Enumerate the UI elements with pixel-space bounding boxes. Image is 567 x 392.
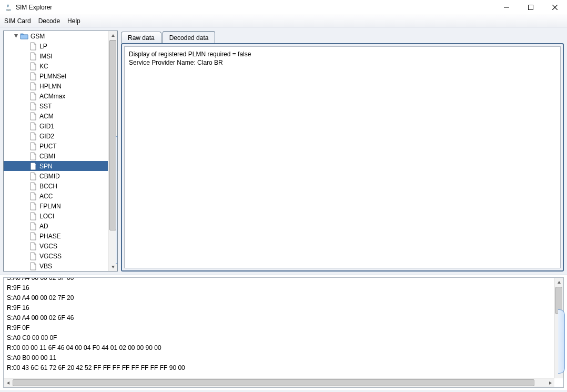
tree-item-label: ACMmax [39,93,65,100]
tree-item-label: HPLMN [39,83,62,90]
file-icon [29,192,37,200]
tree-item-phase[interactable]: PHASE [4,231,108,241]
scroll-up-icon[interactable] [554,278,563,287]
tree-item-fplmn[interactable]: FPLMN [4,201,108,211]
file-icon [29,72,37,81]
tree-item-ad[interactable]: AD [4,221,108,231]
tree-root-label: GSM [31,33,45,40]
tab-raw-data[interactable]: Raw data [121,32,161,43]
tree-item-acmmax[interactable]: ACMmax [4,91,108,101]
svg-rect-2 [529,5,533,10]
tree-item-vbs[interactable]: VBS [4,261,108,271]
decoded-line: Service Provider Name: Claro BR [129,58,556,67]
log-horizontal-scrollbar[interactable] [4,378,554,387]
minimize-button[interactable] [494,0,519,15]
file-icon [29,102,37,110]
tab-decoded-data[interactable]: Decoded data [163,31,216,43]
scroll-left-icon[interactable] [4,378,13,387]
log-line: S:A0 B0 00 00 11 [7,353,551,363]
file-icon [29,62,37,71]
tree-item-vgcs[interactable]: VGCS [4,241,108,251]
tree-item-hplmn[interactable]: HPLMN [4,81,108,91]
log-line: R:00 43 6C 61 72 6F 20 42 52 FF FF FF FF… [7,363,551,373]
tree-item-label: CBMI [39,153,55,160]
tree-item-label: CBMID [39,173,60,180]
svg-marker-6 [112,34,115,37]
menu-decode[interactable]: Decode [38,17,60,25]
tree-item-label: BCCH [39,183,57,190]
file-icon [29,132,37,140]
maximize-button[interactable] [519,0,543,15]
tree-item-acm[interactable]: ACM [4,111,108,121]
svg-marker-7 [112,266,115,268]
menu-sim-card[interactable]: SIM Card [4,17,31,25]
file-icon [29,172,37,180]
log-line: R:9F 16 [7,303,551,313]
expander-icon[interactable] [13,33,19,39]
file-icon [29,42,37,51]
log-line: R:9F 0F [7,323,551,333]
tree-item-cbmi[interactable]: CBMI [4,151,108,161]
tree-item-lp[interactable]: LP [4,41,108,51]
tree-item-sst[interactable]: SST [4,101,108,111]
file-icon [29,82,37,91]
file-icon [29,162,37,170]
tree-item-label: PHASE [39,233,61,240]
tree-item-label: LP [39,43,47,50]
tree-item-label: KC [39,63,48,70]
tree-item-label: VGCS [39,243,57,250]
scroll-right-icon[interactable] [545,378,554,387]
menu-bar: SIM Card Decode Help [0,15,567,27]
file-icon [29,262,37,270]
file-icon [29,92,37,100]
content-frame: Display of registered PLMN required = fa… [121,43,564,272]
folder-icon [20,32,28,41]
split-handle[interactable] [116,136,118,264]
tree-item-kc[interactable]: KC [4,61,108,71]
file-icon [29,202,37,210]
tree-item-label: SST [39,103,52,110]
file-icon [29,242,37,250]
title-bar: SIM Explorer [0,0,567,15]
tree-item-puct[interactable]: PUCT [4,141,108,151]
tree-item-label: LOCI [39,213,54,220]
log-line: R:00 00 00 11 6F 46 04 00 04 F0 44 01 02… [7,343,551,353]
tree-item-label: IMSI [39,53,53,60]
tree-item-bcch[interactable]: BCCH [4,181,108,191]
scroll-up-icon[interactable] [108,31,117,40]
right-pane: Raw data Decoded data Display of registe… [121,31,564,272]
tree-item-acc[interactable]: ACC [4,191,108,201]
log-body: S:A0 A4 00 00 02 3F 00R:9F 16S:A0 A4 00 … [4,278,554,378]
file-icon [29,232,37,240]
log-split-handle[interactable] [558,309,565,374]
tree-item-spn[interactable]: SPN [4,161,108,171]
file-icon [29,142,37,150]
tree-item-label: VGCSS [39,253,62,260]
tree-item-loci[interactable]: LOCI [4,211,108,221]
file-icon [29,52,37,61]
file-icon [29,122,37,130]
tree-item-cbmid[interactable]: CBMID [4,171,108,181]
tree-item-label: VBS [39,263,52,270]
scrollbar-thumb[interactable] [13,379,534,386]
java-app-icon [4,3,13,12]
tree-item-plmnsel[interactable]: PLMNSel [4,71,108,81]
file-icon [29,182,37,190]
tree-item-imsi[interactable]: IMSI [4,51,108,61]
close-button[interactable] [543,0,567,15]
menu-help[interactable]: Help [67,17,80,25]
log-line: S:A0 A4 00 00 02 7F 20 [7,293,551,303]
svg-marker-10 [7,381,9,385]
tree-item-gid2[interactable]: GID2 [4,131,108,141]
file-icon [29,152,37,160]
log-line: R:9F 16 [7,283,551,293]
file-icon [29,112,37,120]
tree-item-label: ACC [39,193,53,200]
decoded-line: Display of registered PLMN required = fa… [129,50,556,58]
tree-item-label: GID2 [39,133,54,140]
tree-root-gsm[interactable]: GSM [4,31,108,41]
tree-item-label: AD [39,223,48,230]
tree-item-vgcss[interactable]: VGCSS [4,251,108,261]
tree-item-gid1[interactable]: GID1 [4,121,108,131]
tree-item-label: FPLMN [39,203,61,210]
